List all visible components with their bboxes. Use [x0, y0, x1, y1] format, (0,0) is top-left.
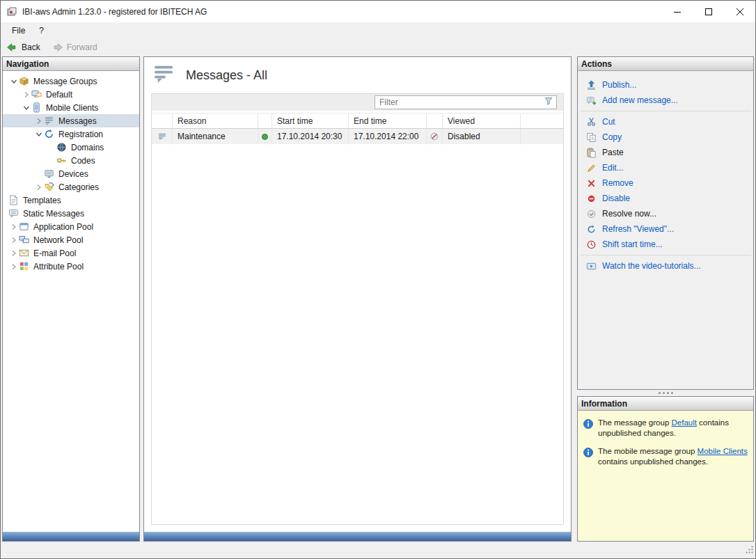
- chevron-right-icon[interactable]: [21, 91, 31, 98]
- column-header-viewed-icon[interactable]: [427, 113, 443, 128]
- action-label: Edit...: [602, 163, 624, 173]
- action-add-new-message[interactable]: Add new message...: [578, 93, 753, 108]
- table-row[interactable]: Maintenance 17.10.2014 20:30 17.10.2014 …: [152, 129, 563, 144]
- actions-separator: [580, 111, 751, 111]
- chevron-right-icon[interactable]: [33, 184, 44, 191]
- row-end-time: 17.10.2014 22:00: [349, 129, 427, 144]
- tree-item-default[interactable]: Default: [3, 88, 139, 101]
- back-button[interactable]: Back: [6, 42, 40, 52]
- info-text: The message group Default contains unpub…: [598, 418, 749, 439]
- info-icon: [583, 447, 594, 458]
- action-label: Copy: [602, 132, 622, 142]
- chevron-down-icon[interactable]: [21, 104, 31, 111]
- info-text-prefix: The message group: [598, 418, 671, 427]
- nav-panel-bottom-strip: [3, 532, 139, 541]
- tree-item-label: Codes: [69, 155, 97, 166]
- tree-item-label: Default: [44, 89, 74, 100]
- tree-item-label: Mobile Clients: [44, 102, 100, 113]
- tree-item-templates[interactable]: Templates: [3, 194, 139, 207]
- tree-item-mobile-clients[interactable]: Mobile Clients: [3, 101, 139, 114]
- column-header-reason[interactable]: Reason: [173, 113, 258, 128]
- tree-item-categories[interactable]: Categories: [3, 180, 139, 194]
- message-list-container: Reason Start time End time Viewed Mainte…: [151, 93, 564, 525]
- chevron-right-icon[interactable]: [8, 223, 19, 230]
- action-cut[interactable]: Cut: [578, 114, 753, 129]
- maximize-button[interactable]: [693, 1, 724, 22]
- chevron-down-icon[interactable]: [8, 78, 19, 85]
- action-publish[interactable]: Publish...: [578, 77, 753, 93]
- close-button[interactable]: [724, 1, 755, 22]
- action-shift-start-time[interactable]: Shift start time...: [578, 237, 753, 252]
- minimize-button[interactable]: [661, 1, 693, 22]
- tree-item-attribute-pool[interactable]: Attribute Pool: [3, 260, 139, 273]
- action-disable[interactable]: Disable: [578, 191, 753, 206]
- action-remove[interactable]: Remove: [578, 175, 753, 191]
- action-edit[interactable]: Edit...: [578, 160, 753, 175]
- action-refresh-viewed[interactable]: Refresh "Viewed"...: [578, 221, 753, 237]
- tree-item-label: Message Groups: [31, 76, 99, 87]
- filter-box: [375, 95, 557, 109]
- message-groups-icon: [19, 76, 31, 86]
- resize-grip[interactable]: [745, 544, 754, 557]
- forward-button[interactable]: Forward: [52, 42, 97, 52]
- tree-item-label: Attribute Pool: [31, 261, 86, 272]
- chevron-right-icon[interactable]: [8, 237, 19, 244]
- information-panel: Information The message group Default co…: [577, 396, 754, 542]
- tree-item-email-pool[interactable]: E-mail Pool: [3, 246, 139, 260]
- actions-separator: [580, 255, 751, 255]
- row-viewed: Disabled: [443, 129, 521, 144]
- email-pool-icon: [19, 248, 31, 258]
- clock-icon: [586, 239, 597, 250]
- filter-bar: [152, 94, 563, 111]
- chevron-right-icon[interactable]: [33, 118, 44, 125]
- navigation-tree: Message Groups Default Mobile Clients Me…: [3, 71, 139, 532]
- navigation-panel: Navigation Message Groups Default Mobile…: [2, 56, 140, 542]
- action-watch-video-tutorials[interactable]: Watch the video-tutorials...: [578, 258, 753, 274]
- column-header-end-time[interactable]: End time: [349, 113, 427, 128]
- action-label: Add new message...: [602, 95, 678, 105]
- chevron-right-icon[interactable]: [8, 263, 19, 270]
- action-copy[interactable]: Copy: [578, 129, 753, 145]
- tree-item-message-groups[interactable]: Message Groups: [3, 74, 139, 88]
- video-icon: [586, 261, 597, 271]
- action-resolve-now[interactable]: Resolve now...: [578, 206, 753, 221]
- tree-item-static-messages[interactable]: Static Messages: [3, 207, 139, 220]
- tree-item-messages[interactable]: Messages: [3, 114, 139, 127]
- info-item: The message group Default contains unpub…: [583, 418, 749, 439]
- filter-input[interactable]: [379, 97, 544, 107]
- forward-label: Forward: [67, 42, 97, 52]
- application-pool-icon: [19, 221, 31, 232]
- action-paste[interactable]: Paste: [578, 145, 753, 160]
- actions-panel: Actions Publish... Add new message... Cu…: [577, 56, 754, 390]
- titlebar[interactable]: IBI-aws Admin 1.23.0 - registered for IB…: [1, 1, 755, 22]
- column-header-viewed[interactable]: Viewed: [443, 113, 521, 128]
- tree-item-application-pool[interactable]: Application Pool: [3, 220, 139, 233]
- action-label: Cut: [602, 117, 615, 127]
- column-header-start-time[interactable]: Start time: [272, 113, 349, 128]
- tree-item-devices[interactable]: Devices: [3, 167, 139, 180]
- tree-item-domains[interactable]: Domains: [3, 141, 139, 154]
- content-panel-bottom-strip: [144, 532, 571, 541]
- column-header-icon[interactable]: [152, 113, 173, 128]
- filter-funnel-icon[interactable]: [544, 96, 553, 109]
- info-link-default[interactable]: Default: [671, 418, 696, 427]
- information-list: The message group Default contains unpub…: [578, 411, 753, 541]
- cut-icon: [586, 117, 597, 127]
- tree-item-codes[interactable]: Codes: [3, 154, 139, 167]
- tree-item-network-pool[interactable]: Network Pool: [3, 233, 139, 246]
- key-icon: [56, 155, 69, 166]
- column-header-status[interactable]: [258, 113, 272, 128]
- menu-file[interactable]: File: [5, 24, 32, 38]
- static-messages-icon: [8, 208, 21, 219]
- tree-item-registration[interactable]: Registration: [3, 127, 139, 141]
- navigation-panel-header: Navigation: [3, 57, 139, 71]
- panel-splitter[interactable]: [577, 390, 754, 396]
- action-label: Publish...: [602, 80, 636, 90]
- row-reason: Maintenance: [173, 129, 258, 144]
- row-start-time: 17.10.2014 20:30: [272, 129, 349, 144]
- chevron-right-icon[interactable]: [8, 250, 19, 257]
- action-label: Resolve now...: [602, 209, 656, 219]
- menu-help[interactable]: ?: [32, 24, 51, 38]
- info-link-mobile-clients[interactable]: Mobile Clients: [698, 447, 748, 455]
- chevron-down-icon[interactable]: [33, 131, 44, 138]
